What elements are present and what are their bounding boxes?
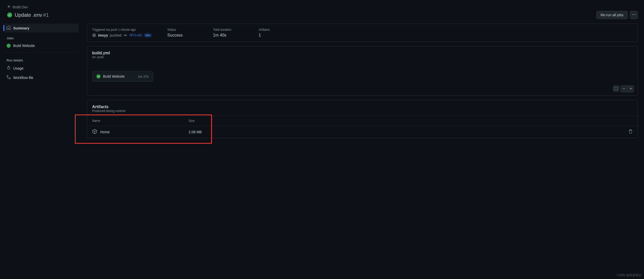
commit-sha[interactable]: f871c62: [129, 34, 142, 37]
job-name: Build Website: [103, 74, 135, 78]
sidebar-heading-jobs: Jobs: [4, 33, 79, 42]
fullscreen-icon: [614, 87, 618, 91]
duration-value[interactable]: 1m 40s: [213, 33, 244, 38]
trash-icon: [629, 130, 633, 134]
workflow-trigger: on: push: [92, 55, 633, 59]
trigger-label: Triggered via push 1 minute ago: [92, 28, 152, 31]
main-content: Triggered via push 1 minute ago imsyy pu…: [87, 24, 638, 138]
sidebar-item-workflow-file[interactable]: Workflow file: [4, 73, 79, 82]
minus-icon: [622, 87, 626, 91]
duration-label: Total duration: [213, 28, 244, 31]
status-label: Status: [167, 28, 198, 31]
svg-point-3: [125, 35, 126, 36]
svg-rect-2: [9, 78, 10, 79]
workflow-file-name: build.yml: [92, 51, 633, 55]
sidebar-item-label: Summary: [13, 26, 29, 30]
back-link[interactable]: Build Dev: [7, 5, 638, 9]
page-title: Update .env#1: [15, 12, 49, 18]
trigger-action: pushed: [110, 33, 122, 37]
package-icon: [92, 129, 97, 135]
home-icon: [7, 26, 11, 30]
artifacts-count[interactable]: 1: [259, 33, 289, 38]
workflow-graph-panel: build.yml on: push Build Website 1m 27s: [87, 46, 638, 96]
plus-icon: [629, 87, 633, 91]
zoom-in-button[interactable]: [627, 86, 634, 92]
sidebar-item-summary[interactable]: Summary: [4, 24, 79, 32]
artifact-name[interactable]: Home: [100, 130, 110, 134]
artifacts-panel: Artifacts Produced during runtime Name S…: [87, 100, 638, 138]
watermark: CSDN @星霜笔记: [617, 273, 641, 277]
zoom-out-button[interactable]: [621, 86, 627, 92]
run-summary-panel: Triggered via push 1 minute ago imsyy pu…: [87, 24, 638, 42]
sidebar-heading-details: Run details: [4, 55, 79, 64]
user-link[interactable]: imsyy: [98, 33, 108, 37]
commit-icon: [123, 33, 127, 37]
arrow-left-icon: [7, 5, 11, 9]
rerun-all-jobs-button[interactable]: Re-run all jobs: [596, 11, 628, 19]
col-header-name: Name: [92, 119, 189, 123]
delete-artifact-button[interactable]: [629, 129, 633, 134]
sidebar-divider: [4, 52, 79, 53]
check-circle-icon: [7, 44, 11, 48]
status-success-icon: [7, 12, 12, 18]
artifact-size: 2.08 MB: [189, 130, 219, 134]
job-card[interactable]: Build Website 1m 27s: [92, 71, 153, 82]
sidebar: Summary Jobs Build Website Run details U…: [4, 24, 79, 138]
branch-pill[interactable]: dev: [144, 33, 152, 38]
back-link-label: Build Dev: [13, 5, 28, 9]
kebab-icon: [632, 13, 636, 18]
artifacts-table: Name Size Home 2.08 MB: [87, 116, 638, 138]
artifacts-table-row: Home 2.08 MB: [87, 126, 638, 138]
stopwatch-icon: [7, 66, 11, 71]
workflow-icon: [7, 75, 11, 80]
svg-rect-1: [7, 75, 8, 77]
status-value: Success: [167, 33, 198, 38]
artifacts-title: Artifacts: [92, 105, 633, 109]
sidebar-item-label: Workflow file: [13, 76, 33, 80]
fullscreen-button[interactable]: [613, 85, 619, 92]
more-actions-button[interactable]: [630, 11, 638, 19]
check-circle-icon: [96, 74, 100, 78]
sidebar-item-job[interactable]: Build Website: [4, 42, 79, 50]
user-avatar[interactable]: [92, 33, 96, 37]
col-header-size: Size: [189, 119, 219, 123]
job-duration: 1m 27s: [138, 75, 149, 78]
sidebar-item-usage[interactable]: Usage: [4, 64, 79, 73]
artifacts-subtitle: Produced during runtime: [92, 109, 633, 113]
sidebar-item-label: Usage: [13, 66, 23, 70]
artifacts-label: Artifacts: [259, 28, 289, 31]
sidebar-item-label: Build Website: [13, 44, 35, 48]
artifacts-table-header: Name Size: [87, 116, 638, 126]
